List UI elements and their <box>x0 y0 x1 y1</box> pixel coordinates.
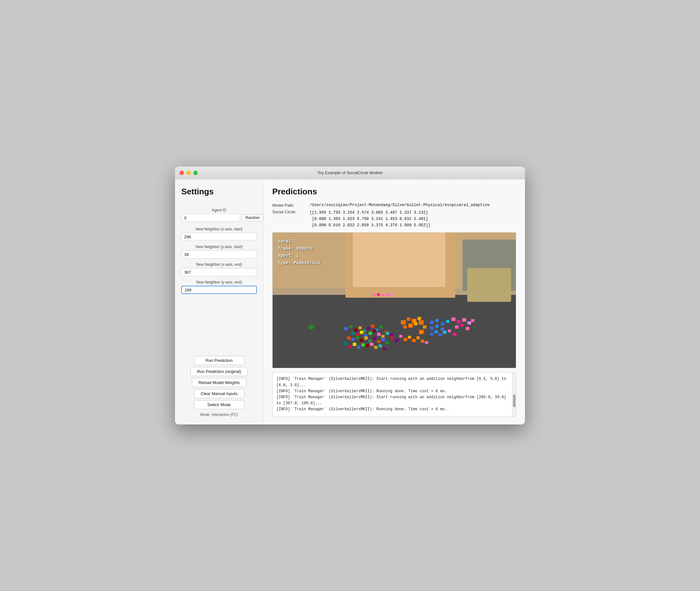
social-circle-label: Social Circle: <box>272 209 307 228</box>
neighbor-x-start-input[interactable] <box>181 233 257 241</box>
window-title: Toy Example of SocialCircle Models <box>318 170 383 175</box>
overlay-line-3: agent: 1 <box>278 252 320 259</box>
building-window-area <box>353 233 445 287</box>
agent-id-row: Random <box>181 214 257 222</box>
run-prediction-button[interactable]: Run Prediction <box>194 356 244 365</box>
random-button[interactable]: Random <box>242 214 263 221</box>
action-buttons: Run Prediction Run Prediction (original)… <box>181 349 257 417</box>
log-line-1: [INFO] `Train Manager` (SilverballersMKI… <box>276 376 507 388</box>
minimize-button[interactable] <box>186 171 191 175</box>
log-content: [INFO] `Train Manager` (SilverballersMKI… <box>276 376 512 412</box>
agent-id-label: Agent ID <box>181 208 257 212</box>
mode-label: Mode: Interactive (PC) <box>200 412 238 417</box>
window-controls <box>180 171 198 175</box>
model-path-label: Model Path: <box>272 203 307 208</box>
log-area: [INFO] `Train Manager` (SilverballersMKI… <box>272 372 516 416</box>
neighbor-y-start-label: New Neighbor (y-axis, start) <box>181 245 257 249</box>
video-frame-container: zara1 frame: 000070 agent: 1 type: Pedes… <box>272 232 516 368</box>
model-path-row: Model Path: /Users/zouziqian/Project-Mon… <box>272 203 516 208</box>
main-content: Settings Agent ID Random New Neighbor (x… <box>175 179 525 424</box>
neighbor-x-start-label: New Neighbor (x-axis, start) <box>181 227 257 232</box>
log-line-3: [INFO] `Train Manager` (SilverballersMKI… <box>276 394 507 406</box>
predictions-title: Predictions <box>272 187 516 197</box>
sidebar: Settings Agent ID Random New Neighbor (x… <box>175 179 264 424</box>
close-button[interactable] <box>180 171 184 175</box>
log-scrollbar[interactable] <box>512 372 516 416</box>
sidebar-title: Settings <box>181 187 257 197</box>
social-circle-values: [[1.956 1.793 3.254 2.574 3.065 3.497 1.… <box>309 209 431 228</box>
social-circle-line-2: [0.000 1.365 1.923 5.750 3.241 1.453 0.8… <box>309 216 431 222</box>
social-circle-row: Social Circle: [[1.956 1.793 3.254 2.574… <box>272 209 516 228</box>
parked-car-2 <box>467 268 511 302</box>
maximize-button[interactable] <box>193 171 198 175</box>
social-circle-line-1: [[1.956 1.793 3.254 2.574 3.065 3.497 1.… <box>309 209 431 216</box>
neighbor-x-end-input[interactable] <box>181 268 257 276</box>
video-overlay-text: zara1 frame: 000070 agent: 1 type: Pedes… <box>278 238 320 266</box>
reload-model-button[interactable]: Reload Model Weights <box>192 378 247 387</box>
switch-mode-button[interactable]: Switch Mode <box>194 400 244 409</box>
neighbor-y-end-label: New Neighbor (y-axis, end) <box>181 280 257 284</box>
right-panel: Predictions Model Path: /Users/zouziqian… <box>264 179 525 424</box>
road-bg <box>273 292 516 368</box>
run-prediction-original-button[interactable]: Run Prediction (original) <box>191 367 248 376</box>
neighbor-x-end-label: New Neighbor (x-axis, end) <box>181 262 257 267</box>
overlay-line-2: frame: 000070 <box>278 245 320 252</box>
log-line-4: [INFO] `Train Manager` (SilverballersMKI… <box>276 406 507 412</box>
titlebar: Toy Example of SocialCircle Models <box>175 167 525 179</box>
log-line-2: [INFO] `Train Manager` (SilverballersMKI… <box>276 388 507 394</box>
app-window: Toy Example of SocialCircle Models Setti… <box>175 167 525 424</box>
neighbor-y-start-input[interactable] <box>181 250 257 259</box>
neighbor-y-end-input[interactable] <box>181 286 257 294</box>
model-path-value: /Users/zouziqian/Project-Monandaeg/Silve… <box>309 203 490 208</box>
overlay-line-1: zara1 <box>278 238 320 245</box>
social-circle-line-3: [0.000 0.616 2.032 2.650 3.375 4.376 1.9… <box>309 222 431 228</box>
video-frame: zara1 frame: 000070 agent: 1 type: Pedes… <box>273 233 516 368</box>
overlay-line-4: type: Pedestrain <box>278 259 320 266</box>
clear-inputs-button[interactable]: Clear Manual Inputs <box>194 389 244 398</box>
scrollbar-thumb[interactable] <box>513 394 515 407</box>
agent-id-input[interactable] <box>181 214 240 222</box>
